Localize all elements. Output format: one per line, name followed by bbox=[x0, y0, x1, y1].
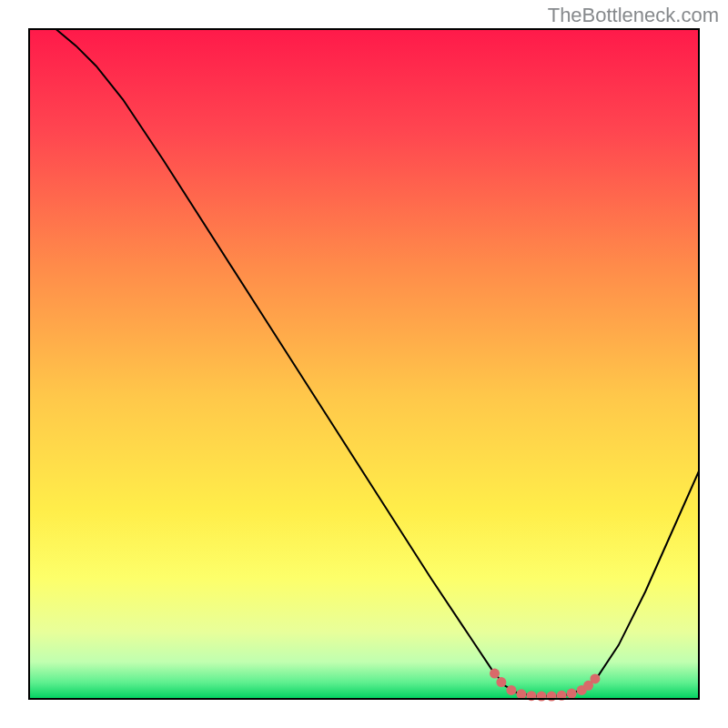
gradient-background bbox=[29, 29, 699, 699]
watermark-text: TheBottleneck.com bbox=[548, 4, 719, 27]
valley-marker-dot bbox=[590, 673, 600, 683]
valley-marker-dot bbox=[506, 685, 516, 695]
valley-marker-dot bbox=[496, 677, 506, 687]
chart-container: TheBottleneck.com bbox=[0, 0, 728, 728]
valley-marker-dot bbox=[490, 669, 500, 679]
bottleneck-chart bbox=[0, 0, 728, 728]
valley-marker-dot bbox=[516, 689, 526, 699]
valley-marker-dot bbox=[567, 689, 577, 699]
